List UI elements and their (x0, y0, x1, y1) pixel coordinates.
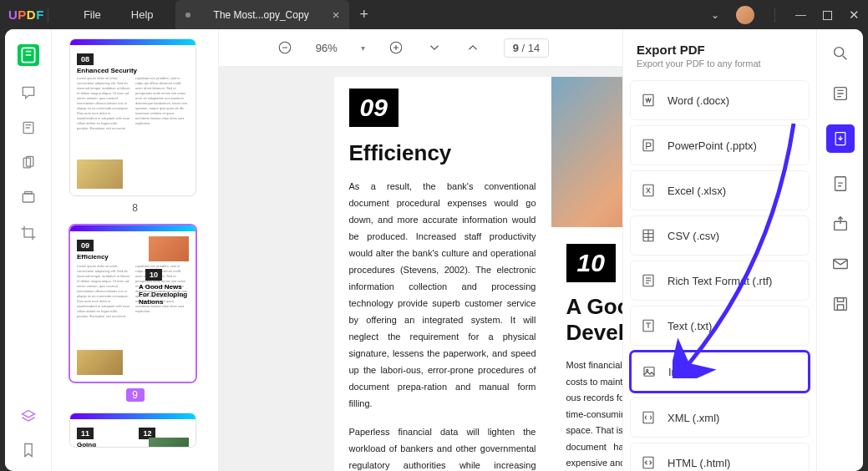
svg-rect-38 (833, 260, 847, 269)
document-tab[interactable]: The Most...opy_Copy × (175, 0, 350, 29)
text-icon (641, 318, 656, 333)
window-close-button[interactable]: ✕ (849, 8, 860, 23)
svg-rect-41 (837, 305, 843, 310)
svg-point-32 (834, 48, 843, 57)
svg-rect-17 (643, 139, 653, 151)
section-number: 09 (349, 89, 398, 127)
svg-rect-28 (644, 367, 654, 377)
organize-icon[interactable] (20, 190, 37, 206)
left-rail (5, 29, 52, 471)
comment-icon[interactable] (20, 84, 37, 101)
xml-icon (641, 410, 656, 425)
zoom-in-button[interactable] (388, 40, 404, 55)
body-paragraph: As a result, the bank's conventional doc… (349, 178, 536, 412)
export-powerpoint[interactable]: PowerPoint (.pptx) (630, 125, 810, 165)
thumbnail-9[interactable]: 09 Efficiency 10 A Good News For Develop… (70, 225, 195, 382)
thumbnail-8[interactable]: 08 Enhanced Security Lorem ipsum dolor s… (70, 39, 195, 195)
window-minimize-button[interactable]: — (795, 8, 806, 21)
export-subtitle: Export your PDF to any format (630, 57, 810, 80)
svg-rect-9 (24, 192, 31, 195)
section-heading: Efficiency (349, 140, 536, 166)
page-down-button[interactable] (427, 40, 442, 55)
export-text[interactable]: Text (.txt) (630, 306, 810, 346)
thumbnail-10[interactable]: 11 12 Going (70, 413, 195, 447)
chevron-down-icon[interactable]: ⌄ (711, 9, 719, 21)
export-title: Export PDF (630, 43, 810, 57)
page-tools-icon[interactable] (20, 154, 37, 171)
svg-rect-10 (24, 229, 33, 237)
export-word[interactable]: Word (.docx) (630, 80, 810, 120)
convert-icon[interactable] (831, 175, 850, 193)
export-rtf[interactable]: Rich Text Format (.rtf) (630, 261, 810, 301)
svg-rect-39 (834, 298, 846, 311)
tab-close-icon[interactable]: × (332, 8, 340, 22)
layers-icon[interactable] (20, 408, 37, 425)
html-icon (641, 455, 656, 470)
svg-line-33 (842, 56, 846, 60)
right-rail (816, 29, 863, 471)
csv-icon (641, 228, 656, 243)
export-xml[interactable]: XML (.xml) (630, 398, 810, 438)
body-paragraph: Paperless financial data will lighten th… (349, 423, 536, 471)
share-icon[interactable] (831, 215, 850, 233)
save-icon[interactable] (831, 295, 850, 313)
app-logo: UPDF (8, 8, 44, 22)
reader-mode-icon[interactable] (18, 44, 39, 66)
bookmark-icon[interactable] (20, 442, 37, 458)
export-csv[interactable]: CSV (.csv) (630, 215, 810, 256)
export-pdf-icon[interactable] (826, 124, 855, 153)
svg-rect-36 (835, 177, 845, 191)
export-image[interactable]: Image (630, 351, 810, 392)
window-maximize-button[interactable] (823, 11, 832, 20)
excel-icon (641, 183, 656, 198)
export-excel[interactable]: Excel (.xlsx) (630, 170, 810, 210)
thumbnail-9-label: 9 (126, 388, 145, 402)
section-number: 10 (566, 244, 616, 282)
avatar[interactable] (736, 6, 754, 24)
zoom-level[interactable]: 96% (316, 42, 338, 54)
zoom-dropdown-icon[interactable]: ▾ (361, 43, 365, 53)
search-icon[interactable] (831, 44, 850, 63)
rtf-icon (641, 273, 656, 288)
tab-marker-icon (185, 13, 190, 18)
menu-file[interactable]: File (69, 0, 116, 29)
svg-rect-40 (837, 298, 843, 302)
tab-title: The Most...opy_Copy (214, 9, 309, 21)
edit-text-icon[interactable] (20, 119, 37, 136)
thumbnail-8-label: 8 (70, 202, 200, 214)
svg-rect-8 (23, 194, 33, 202)
page-up-button[interactable] (465, 40, 480, 55)
export-panel: Export PDF Export your PDF to any format… (622, 29, 816, 471)
page-9-content: 09 Efficiency As a result, the bank's co… (334, 77, 551, 471)
powerpoint-icon (641, 138, 656, 153)
email-icon[interactable] (831, 255, 850, 273)
zoom-out-button[interactable] (277, 40, 292, 55)
word-icon (641, 93, 656, 108)
image-icon (642, 364, 657, 379)
new-tab-button[interactable]: + (359, 6, 368, 23)
export-html[interactable]: HTML (.html) (630, 443, 810, 471)
ocr-icon[interactable] (831, 84, 850, 103)
page-indicator[interactable]: 9 / 14 (504, 38, 550, 58)
thumbnail-panel: 08 Enhanced Security Lorem ipsum dolor s… (52, 29, 219, 471)
svg-rect-16 (643, 94, 653, 106)
menu-help[interactable]: Help (116, 0, 169, 29)
crop-icon[interactable] (20, 225, 37, 241)
